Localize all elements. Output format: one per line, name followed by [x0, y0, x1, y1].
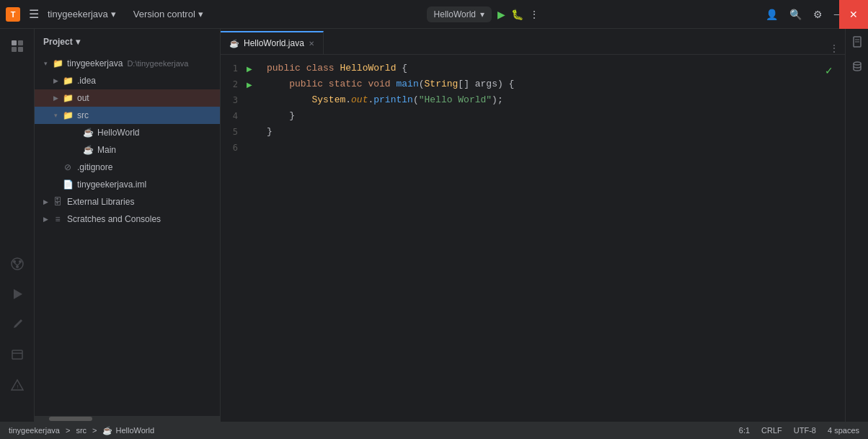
version-control-label: Version control: [133, 9, 195, 19]
project-label: Project: [43, 37, 73, 47]
play-icon[interactable]: [3, 280, 32, 309]
gutter-run-2[interactable]: ▶: [244, 81, 255, 89]
project-name-arrow: ▾: [111, 9, 116, 19]
tree-src-item[interactable]: ▾ 📁 src: [35, 107, 220, 124]
main-java-icon: ☕: [82, 144, 94, 156]
run-config[interactable]: HelloWorld ▾: [427, 6, 492, 22]
app-icon: T: [6, 7, 20, 22]
preview-icon[interactable]: [3, 340, 32, 369]
gitignore-label: .gitignore: [77, 162, 112, 172]
collab-icon[interactable]: 👤: [763, 6, 781, 23]
editor-checkmark: ✓: [825, 65, 833, 76]
svg-point-6: [19, 260, 22, 263]
svg-line-9: [17, 263, 20, 265]
breadcrumb-sep-1: >: [66, 426, 70, 435]
helloworld-java-icon: ☕: [82, 127, 94, 138]
tree-scratches-item[interactable]: ▶ ≡ Scratches and Consoles: [35, 210, 220, 228]
line-ending[interactable]: CRLF: [761, 426, 782, 435]
more-actions-button[interactable]: ⋮: [529, 9, 539, 20]
idea-expand-arrow[interactable]: ▶: [50, 76, 61, 86]
project-name-btn[interactable]: tinygeekerjava ▾: [48, 9, 116, 19]
breadcrumb-project[interactable]: tinygeekerjava: [9, 426, 60, 435]
extlibs-expand-arrow[interactable]: ▶: [40, 197, 50, 207]
svg-line-8: [14, 263, 17, 265]
svg-rect-0: [12, 40, 17, 45]
line-num-3: 3: [221, 95, 244, 105]
search-icon[interactable]: 🔍: [787, 6, 805, 23]
src-label: src: [77, 110, 89, 120]
version-control-btn[interactable]: Version control ▾: [133, 9, 203, 19]
out-label: out: [77, 93, 89, 103]
svg-text:!: !: [17, 384, 18, 389]
scratches-expand-arrow[interactable]: ▶: [40, 214, 50, 224]
panel-scrollbar-thumb[interactable]: [49, 417, 92, 421]
scratches-label: Scratches and Consoles: [67, 214, 161, 224]
root-label: tinygeekerjava: [67, 58, 123, 68]
panel-scrollbar[interactable]: [35, 416, 220, 422]
tab-filename: HelloWorld.java: [244, 38, 304, 48]
code-line-2: public static void main(String[] args) {: [258, 76, 845, 92]
build-icon[interactable]: [3, 310, 32, 339]
src-expand-arrow[interactable]: ▾: [50, 110, 61, 120]
tab-more-btn[interactable]: ⋮: [823, 43, 845, 54]
project-panel: Project ▾ ▾ 📁 tinygeekerjava D:\tinygeek…: [35, 29, 221, 422]
status-bar: tinygeekerjava > src > ☕ HelloWorld 6:1 …: [0, 422, 868, 439]
tree-gitignore-item[interactable]: ⊘ .gitignore: [35, 159, 220, 176]
helloworld-label: HelloWorld: [97, 128, 139, 138]
cursor-position[interactable]: 6:1: [739, 426, 750, 435]
tree-root-item[interactable]: ▾ 📁 tinygeekerjava D:\tinygeekerjava: [35, 55, 220, 72]
tree-helloworld-item[interactable]: ☕ HelloWorld: [35, 124, 220, 141]
project-view-icon[interactable]: [3, 32, 32, 61]
git-icon[interactable]: [3, 249, 32, 278]
breadcrumb-src[interactable]: src: [76, 426, 87, 435]
root-folder-icon: 📁: [52, 58, 63, 69]
extlibs-icon: 🗄: [52, 196, 63, 208]
main-expand-placeholder: [71, 145, 81, 155]
right-sidebar: [845, 29, 868, 422]
tree-main-item[interactable]: ☕ Main: [35, 141, 220, 159]
run-config-label: HelloWorld: [434, 9, 476, 19]
svg-rect-1: [18, 40, 23, 45]
indent-setting[interactable]: 4 spaces: [828, 426, 859, 435]
title-bar-right: 👤 🔍 ⚙ — □ ✕: [763, 6, 862, 23]
run-config-arrow: ▾: [480, 9, 484, 19]
project-header: Project ▾: [35, 29, 220, 55]
close-button[interactable]: ✕: [839, 0, 868, 29]
settings-icon[interactable]: ⚙: [810, 6, 825, 23]
debug-button[interactable]: 🐛: [511, 9, 523, 20]
breadcrumb-class[interactable]: ☕ HelloWorld: [102, 426, 154, 435]
hw-expand-placeholder: [71, 128, 81, 138]
breadcrumb-class-label: HelloWorld: [115, 426, 154, 435]
breadcrumb-sep-2: >: [92, 426, 97, 435]
code-editor[interactable]: 1 ▶ 2 ▶ 3 4 5: [221, 55, 845, 422]
tree-extlibs-item[interactable]: ▶ 🗄 External Libraries: [35, 193, 220, 210]
tree-iml-item[interactable]: 📄 tinygeekerjava.iml: [35, 176, 220, 193]
warning-icon[interactable]: !: [3, 371, 32, 399]
root-expand-arrow[interactable]: ▾: [40, 58, 50, 68]
code-line-3: System.out.println("Hello World");: [258, 92, 845, 108]
tab-close-btn[interactable]: ✕: [309, 40, 314, 48]
main-layout: ! Project ▾ ▾ 📁 tinygeekerjava D:\tinyge…: [0, 29, 868, 422]
src-folder-icon: 📁: [62, 110, 74, 121]
bookmarks-icon[interactable]: [847, 32, 867, 52]
title-bar: T ☰ tinygeekerjava ▾ Version control ▾ H…: [0, 0, 868, 29]
out-expand-arrow[interactable]: ▶: [50, 93, 61, 103]
svg-marker-10: [14, 289, 22, 299]
line-num-2: 2: [221, 79, 244, 89]
tree-idea-item[interactable]: ▶ 📁 .idea: [35, 72, 220, 89]
project-dropdown-arrow[interactable]: ▾: [76, 37, 80, 47]
status-right: 6:1 CRLF UTF-8 4 spaces: [739, 426, 859, 435]
tree-out-item[interactable]: ▶ 📁 out: [35, 89, 220, 107]
code-content[interactable]: public class HelloWorld { public static …: [258, 55, 845, 422]
hamburger-menu[interactable]: ☰: [26, 4, 42, 24]
line-num-5: 5: [221, 127, 244, 137]
iml-placeholder: [50, 179, 61, 190]
tab-helloworld[interactable]: ☕ HelloWorld.java ✕: [221, 31, 324, 54]
run-button[interactable]: ▶: [497, 9, 505, 20]
out-folder-icon: 📁: [62, 92, 74, 104]
database-icon[interactable]: [847, 56, 867, 76]
gutter-run-1[interactable]: ▶: [244, 65, 255, 73]
encoding[interactable]: UTF-8: [794, 426, 816, 435]
idea-folder-icon: 📁: [62, 75, 74, 87]
version-control-arrow: ▾: [198, 9, 203, 19]
